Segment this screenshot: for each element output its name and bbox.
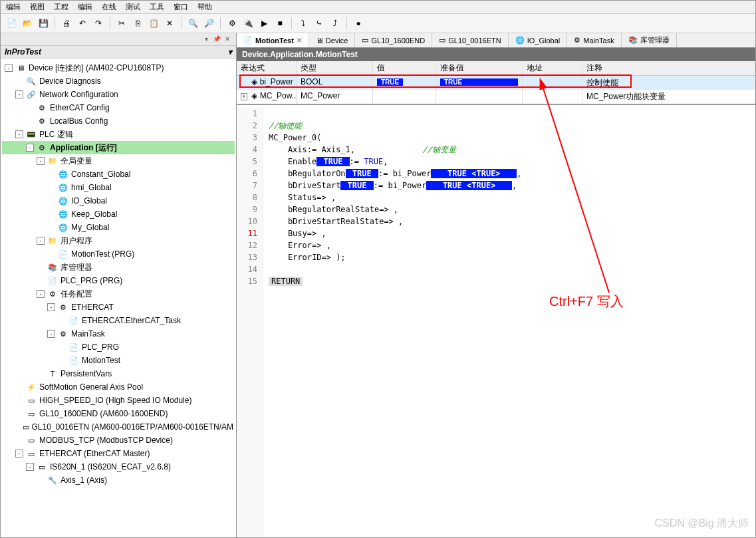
tree-item[interactable]: ▭MODBUS_TCP (ModbusTCP Device) — [2, 434, 235, 447]
tree-item[interactable]: ⚙EtherCAT Config — [2, 101, 235, 114]
tool-cut-icon[interactable]: ✂ — [115, 17, 128, 30]
menu-item[interactable]: 工程 — [54, 2, 68, 12]
tool-print-icon[interactable]: 🖨 — [60, 17, 73, 30]
tool-step-over-icon[interactable]: ⤵ — [297, 17, 310, 30]
tool-save-icon[interactable]: 💾 — [37, 17, 50, 30]
tree-item[interactable]: -📟PLC 逻辑 — [2, 128, 235, 141]
tool-find-icon[interactable]: 🔍 — [186, 17, 199, 30]
tree-item[interactable]: -⚙ETHERCAT — [2, 301, 235, 314]
code-line[interactable]: bRegulatorOn TRUE := bi_Power TRUE <TRUE… — [269, 168, 522, 180]
tree-item[interactable]: -⚙MainTask — [2, 327, 235, 340]
tool-login-icon[interactable]: 🔌 — [241, 17, 255, 30]
tree-item[interactable]: -▭ETHERCAT (EtherCAT Master) — [2, 447, 235, 460]
code-line[interactable]: //轴使能 — [269, 120, 522, 132]
prepared-value-cell[interactable] — [436, 90, 523, 104]
menu-item[interactable]: 帮助 — [197, 2, 212, 12]
tool-paste-icon[interactable]: 📋 — [147, 17, 160, 30]
watch-row[interactable]: + ◈ MC_Pow...MC_PowerMC_Power功能块变量 — [237, 90, 755, 104]
tool-run-icon[interactable]: ▶ — [257, 17, 271, 30]
tree-item[interactable]: -▭IS620N_1 (IS620N_ECAT_v2.6.8) — [2, 460, 235, 473]
tree-item[interactable]: -📁全局变量 — [2, 154, 235, 168]
menu-item[interactable]: 在线 — [102, 2, 116, 12]
tree-item[interactable]: 📄PLC_PRG (PRG) — [2, 274, 235, 287]
tool-copy-icon[interactable]: ⎘ — [131, 17, 144, 30]
tree-item[interactable]: 🌐Keep_Global — [2, 207, 235, 221]
tree-item[interactable]: 📄ETHERCAT.EtherCAT_Task — [2, 314, 235, 327]
editor-tab[interactable]: ▭GL10_0016ETN — [432, 33, 509, 47]
tool-stop-icon[interactable]: ■ — [273, 17, 287, 30]
tree-item[interactable]: -⚙Application [运行] — [2, 141, 235, 154]
value-cell[interactable]: TRUE — [373, 76, 436, 90]
column-header[interactable]: 表达式 — [237, 61, 297, 75]
expand-icon[interactable]: - — [15, 450, 23, 458]
editor-tab[interactable]: 📚库管理器 — [622, 33, 677, 47]
menu-item[interactable]: 工具 — [150, 2, 164, 12]
expand-icon[interactable]: - — [37, 157, 45, 165]
editor-tab[interactable]: 🌐IO_Global — [509, 33, 568, 47]
column-header[interactable]: 地址 — [523, 61, 582, 75]
expand-icon[interactable]: - — [5, 64, 13, 72]
menu-item[interactable]: 编辑 — [6, 2, 21, 12]
menu-item[interactable]: 测试 — [126, 2, 140, 12]
tool-new-icon[interactable]: 📄 — [5, 17, 18, 30]
expand-icon[interactable]: - — [15, 130, 23, 138]
tool-step-out-icon[interactable]: ⤴ — [328, 17, 342, 30]
code-line[interactable]: Enable TRUE := TRUE, — [269, 156, 522, 168]
tree-item[interactable]: 📄MotionTest — [2, 354, 235, 367]
column-header[interactable]: 值 — [373, 61, 436, 75]
tree-item[interactable]: 🌐My_Global — [2, 221, 235, 234]
column-header[interactable]: 注释 — [582, 61, 755, 75]
code-line[interactable]: bDriveStart TRUE := bi_Power TRUE <TRUE>… — [269, 180, 522, 192]
dropdown-icon[interactable]: ▾ — [201, 35, 211, 44]
tree-item[interactable]: ▭HIGH_SPEED_IO (High Speed IO Module) — [2, 394, 235, 407]
watch-row[interactable]: ◈ bi_PowerBOOLTRUETRUE控制使能 — [237, 76, 755, 90]
code-body[interactable]: //轴使能MC_Power_0( Axis:= Axis_1, //轴变量 En… — [263, 108, 522, 537]
tree-item[interactable]: ▭GL10_1600END (AM600-1600END) — [2, 407, 235, 420]
expand-icon[interactable]: - — [37, 237, 45, 245]
tree-item[interactable]: ⚡SoftMotion General Axis Pool — [2, 380, 235, 394]
menu-item[interactable]: 视图 — [30, 2, 45, 12]
value-cell[interactable] — [373, 90, 436, 104]
tool-undo-icon[interactable]: ↶ — [76, 17, 89, 30]
tool-redo-icon[interactable]: ↷ — [92, 17, 105, 30]
tree-item[interactable]: -🔗Network Configuration — [2, 88, 235, 101]
prepared-value-cell[interactable]: TRUE — [436, 76, 523, 90]
tree-item[interactable]: 🔍Device Diagnosis — [2, 74, 235, 88]
expand-icon[interactable]: - — [47, 330, 55, 338]
code-line[interactable]: RETURN — [269, 275, 522, 287]
column-header[interactable]: 准备值 — [436, 61, 523, 75]
close-icon[interactable]: ✕ — [223, 35, 232, 44]
code-line[interactable]: Error=> , — [269, 239, 522, 251]
menu-item[interactable]: 编辑 — [78, 2, 92, 12]
code-line[interactable]: bRegulatorRealState=> , — [269, 203, 522, 215]
tree-item[interactable]: 🌐hmi_Global — [2, 181, 235, 194]
editor-tab[interactable]: ⚙MainTask — [567, 33, 621, 47]
tree-item[interactable]: 🌐Constant_Global — [2, 168, 235, 181]
code-line[interactable] — [269, 108, 522, 120]
code-line[interactable]: ErrorID=> ); — [269, 251, 522, 263]
code-line[interactable]: Axis:= Axis_1, //轴变量 — [269, 144, 522, 156]
tree-item[interactable]: 📄MotionTest (PRG) — [2, 247, 235, 261]
close-icon[interactable]: ✕ — [297, 37, 302, 44]
code-line[interactable] — [269, 263, 522, 275]
tree-item[interactable]: 🌐IO_Global — [2, 194, 235, 207]
expand-icon[interactable]: - — [47, 303, 55, 311]
expand-icon[interactable]: - — [26, 144, 34, 152]
code-line[interactable]: Status=> , — [269, 192, 522, 203]
tree-item[interactable]: -🖥Device [连接的] (AM402-CPU1608TP) — [2, 61, 235, 74]
expand-icon[interactable]: - — [26, 463, 34, 471]
tree-item[interactable]: TPersistentVars — [2, 367, 235, 380]
column-header[interactable]: 类型 — [297, 61, 373, 75]
chevron-down-icon[interactable]: ▾ — [228, 47, 232, 57]
editor-tab[interactable]: 📄MotionTest✕ — [237, 33, 309, 48]
tool-step-into-icon[interactable]: ⤷ — [313, 17, 326, 30]
tool-delete-icon[interactable]: ✕ — [163, 17, 176, 30]
tree-item[interactable]: -⚙任务配置 — [2, 287, 235, 301]
tool-build-icon[interactable]: ⚙ — [225, 17, 239, 30]
code-editor[interactable]: 123456789101112131415 //轴使能MC_Power_0( A… — [237, 105, 755, 537]
tool-breakpoint-icon[interactable]: ● — [352, 17, 365, 30]
tree-item[interactable]: 📄PLC_PRG — [2, 340, 235, 354]
tree-item[interactable]: 🔧Axis_1 (Axis) — [2, 473, 235, 487]
code-line[interactable]: MC_Power_0( — [269, 132, 522, 144]
tree-item[interactable]: ⚙LocalBus Config — [2, 114, 235, 128]
